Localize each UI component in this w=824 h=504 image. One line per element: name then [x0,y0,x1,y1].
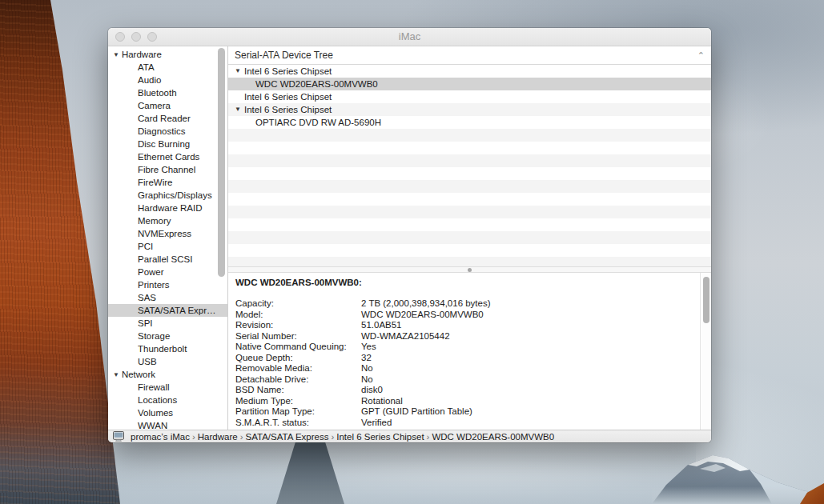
property-value: No [361,374,373,386]
breadcrumb-bar: promac’s iMac›Hardware›SATA/SATA Express… [108,430,711,442]
tree-empty-row [228,206,711,218]
property-label: Removable Media: [235,363,361,374]
disclosure-triangle-icon[interactable]: ▼ [235,103,241,116]
property-label: S.M.A.R.T. status: [235,418,361,429]
property-row: Partition Map Type:GPT (GUID Partition T… [235,406,690,418]
property-value: 2 TB (2,000,398,934,016 bytes) [361,298,491,310]
sidebar-group-hardware[interactable]: ▼Hardware [108,48,227,61]
sidebar-item-nvmexpress[interactable]: NVMExpress [108,227,227,240]
category-sidebar: ▼HardwareATAAudioBluetoothCameraCard Rea… [108,46,228,430]
property-value: 51.0AB51 [361,320,402,331]
tree-row-intel-6-series-chipset[interactable]: Intel 6 Series Chipset [228,90,711,103]
breadcrumb-item-wdc-wd20ears-00mvwb0[interactable]: WDC WD20EARS-00MVWB0 [432,432,554,442]
sidebar-item-power[interactable]: Power [108,266,227,278]
sidebar-item-ethernet-cards[interactable]: Ethernet Cards [108,150,227,163]
property-row: Removable Media:No [235,363,690,374]
sidebar-item-sas[interactable]: SAS [108,291,227,304]
minimize-button[interactable] [131,32,141,42]
property-row: BSD Name:disk0 [235,385,690,396]
window-title: iMac [108,28,711,46]
sidebar-item-memory[interactable]: Memory [108,214,227,227]
breadcrumb-separator-icon: › [331,432,334,442]
device-properties: Capacity:2 TB (2,000,398,934,016 bytes)M… [235,298,690,430]
detail-scrollbar-thumb[interactable] [703,277,709,323]
collapse-chevron-icon[interactable]: ⌃ [697,51,705,60]
sidebar-item-diagnostics[interactable]: Diagnostics [108,125,227,138]
desktop: iMac ▼HardwareATAAudioBluetoothCameraCar… [0,0,824,504]
property-value: No [361,363,373,374]
detail-scrollbar-track[interactable] [700,273,711,430]
sidebar-item-bluetooth[interactable]: Bluetooth [108,86,227,99]
tree-row-intel-6-series-chipset[interactable]: ▼Intel 6 Series Chipset [228,103,711,116]
device-detail-pane: WDC WD20EARS-00MVWB0: Capacity:2 TB (2,0… [228,273,711,430]
property-row: Native Command Queuing:Yes [235,342,690,353]
disclosure-triangle-icon[interactable]: ▼ [113,49,119,62]
property-label: Volumes: [235,428,361,430]
sidebar-item-disc-burning[interactable]: Disc Burning [108,138,227,150]
pane-splitter[interactable] [228,266,711,273]
sidebar-item-graphics-displays[interactable]: Graphics/Displays [108,189,227,202]
sidebar-item-pci[interactable]: PCI [108,240,227,253]
traffic-lights [115,32,157,42]
property-value: 32 [361,353,372,364]
sidebar-group-label: Hardware [122,50,162,59]
sidebar-item-sata-sata-expr[interactable]: SATA/SATA Expr… [108,304,227,317]
sidebar-group-network[interactable]: ▼Network [108,368,227,381]
sidebar-item-firewall[interactable]: Firewall [108,381,227,394]
breadcrumb-separator-icon: › [427,432,430,442]
property-label: Serial Number: [235,331,361,342]
sidebar-item-usb[interactable]: USB [108,355,227,368]
breadcrumb-item-intel-6-series-chipset[interactable]: Intel 6 Series Chipset [336,432,424,442]
sidebar-item-volumes[interactable]: Volumes [108,406,227,419]
breadcrumb-item-hardware[interactable]: Hardware [198,432,238,442]
tree-empty-row [228,218,711,231]
tree-empty-row [228,180,711,193]
breadcrumb: promac’s iMac›Hardware›SATA/SATA Express… [128,432,557,442]
tree-empty-row [228,231,711,244]
tree-section-header: Serial-ATA Device Tree ⌃ [228,46,711,65]
property-value: WD-WMAZA2105442 [361,331,450,342]
disclosure-triangle-icon[interactable]: ▼ [235,65,241,78]
wallpaper-snowy-mountain [652,442,824,504]
disclosure-triangle-icon[interactable]: ▼ [113,369,119,382]
sidebar-item-firewire[interactable]: FireWire [108,176,227,189]
sidebar-item-parallel-scsi[interactable]: Parallel SCSI [108,253,227,266]
property-label: Partition Map Type: [235,406,361,418]
sidebar-item-ata[interactable]: ATA [108,61,227,74]
property-label: Model: [235,310,361,321]
tree-empty-row [228,193,711,206]
sidebar-item-wwan[interactable]: WWAN [108,419,227,430]
sidebar-item-thunderbolt[interactable]: Thunderbolt [108,342,227,355]
tree-row-label: Intel 6 Series Chipset [244,92,332,102]
property-value: Rotational [361,396,403,407]
property-value: WDC WD20EARS-00MVWB0 [361,310,484,321]
property-value: Verified [361,418,392,429]
tree-empty-row [228,129,711,142]
tree-row-intel-6-series-chipset[interactable]: ▼Intel 6 Series Chipset [228,65,711,78]
window-titlebar[interactable]: iMac [108,28,711,46]
property-row: Capacity:2 TB (2,000,398,934,016 bytes) [235,298,690,310]
zoom-button[interactable] [147,32,157,42]
tree-row-wdc-wd20ears-00mvwb0[interactable]: WDC WD20EARS-00MVWB0 [228,78,711,90]
sidebar-item-audio[interactable]: Audio [108,74,227,86]
tree-row-optiarc-dvd-rw-ad-5690h[interactable]: OPTIARC DVD RW AD-5690H [228,116,711,129]
property-row: S.M.A.R.T. status:Verified [235,418,690,429]
sidebar-list: ▼HardwareATAAudioBluetoothCameraCard Rea… [108,46,227,430]
sidebar-item-card-reader[interactable]: Card Reader [108,112,227,125]
property-label: Revision: [235,320,361,331]
sidebar-item-storage[interactable]: Storage [108,330,227,342]
breadcrumb-item-promac-s-imac[interactable]: promac’s iMac [131,432,190,442]
property-row: Model:WDC WD20EARS-00MVWB0 [235,310,690,321]
sidebar-item-spi[interactable]: SPI [108,317,227,330]
property-row: Detachable Drive:No [235,374,690,386]
sidebar-item-locations[interactable]: Locations [108,394,227,406]
sidebar-item-printers[interactable]: Printers [108,278,227,291]
close-button[interactable] [115,32,125,42]
sidebar-scrollbar-thumb[interactable] [218,48,225,277]
sidebar-item-hardware-raid[interactable]: Hardware RAID [108,202,227,214]
breadcrumb-item-sata-sata-express[interactable]: SATA/SATA Express [245,432,328,442]
device-tree-list: ▼Intel 6 Series ChipsetWDC WD20EARS-00MV… [228,65,711,266]
sidebar-item-fibre-channel[interactable]: Fibre Channel [108,163,227,176]
sidebar-item-camera[interactable]: Camera [108,99,227,112]
tree-row-label: OPTIARC DVD RW AD-5690H [255,118,381,127]
